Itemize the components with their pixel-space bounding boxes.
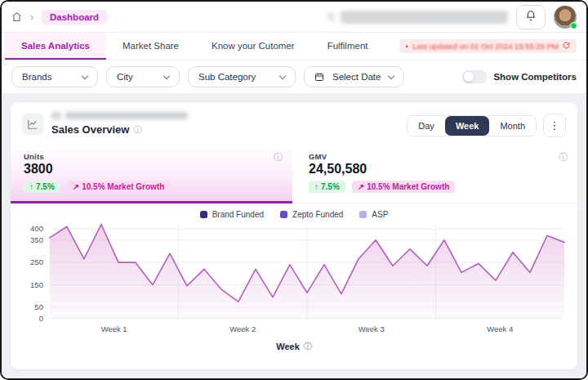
svg-text:50: 50 xyxy=(34,302,43,311)
line-chart-icon xyxy=(22,114,43,135)
legend-item-asp[interactable]: ASP xyxy=(359,210,388,219)
tab-know-your-customer[interactable]: Know your Cutomer xyxy=(195,33,311,60)
info-icon[interactable]: ⓘ xyxy=(133,126,141,134)
chevron-down-icon xyxy=(388,72,394,78)
main-content: Sales Overview ⓘ Day Week Month ⋮ Units xyxy=(2,93,586,378)
brands-dropdown[interactable]: Brands xyxy=(11,66,98,87)
info-icon[interactable]: ⓘ xyxy=(304,342,312,351)
notifications-button[interactable] xyxy=(516,5,546,29)
svg-text:250: 250 xyxy=(30,257,43,266)
search-input[interactable] xyxy=(327,10,508,25)
legend-item-zepto-funded[interactable]: Zepto Funded xyxy=(280,210,343,219)
filter-bar: Brands City Sub Category Select Date Sho… xyxy=(2,60,586,93)
toggle-knob xyxy=(464,72,474,82)
stat-label: GMV xyxy=(309,152,564,161)
last-updated-text: Last updated on 01 Oct 2024 15:55:29 PM xyxy=(412,42,559,51)
redacted-card-subtitle xyxy=(51,112,188,119)
chevron-down-icon xyxy=(279,72,286,78)
top-header: › Dashboard xyxy=(2,2,586,33)
tab-bar: Sales Analytics Market Share Know your C… xyxy=(2,33,586,60)
breadcrumb-current-page[interactable]: Dashboard xyxy=(42,10,107,25)
stat-gmv[interactable]: GMV 24,50,580 ↑7.5% ↗10.5% Market Growth… xyxy=(296,145,577,203)
home-icon[interactable] xyxy=(11,11,22,22)
chevron-down-icon xyxy=(163,72,170,78)
chart-legend: Brand Funded Zepto Funded ASP xyxy=(11,203,577,221)
more-options-button[interactable]: ⋮ xyxy=(543,114,566,137)
select-date-label: Select Date xyxy=(332,72,381,82)
market-growth-badge: ↗10.5% Market Growth xyxy=(67,181,171,193)
trend-up-icon: ↗ xyxy=(73,182,79,191)
last-updated-badge: • Last updated on 01 Oct 2024 15:55:29 P… xyxy=(399,39,577,53)
city-dropdown[interactable]: City xyxy=(106,66,180,87)
bell-icon xyxy=(525,10,537,25)
change-badge: ↑7.5% xyxy=(24,181,60,193)
arrow-up-icon: ↑ xyxy=(314,182,318,191)
svg-text:Week 3: Week 3 xyxy=(359,324,385,333)
show-competitors-toggle[interactable] xyxy=(462,70,487,83)
card-title: Sales Overview xyxy=(51,123,129,136)
stat-value: 3800 xyxy=(24,162,279,177)
svg-text:400: 400 xyxy=(30,224,43,233)
arrow-up-icon: ↑ xyxy=(29,182,33,191)
sales-overview-card: Sales Overview ⓘ Day Week Month ⋮ Units xyxy=(10,101,578,370)
chart-area: 050150250350400Week 1Week 2Week 3Week 4 xyxy=(11,221,577,340)
svg-text:Week 2: Week 2 xyxy=(229,324,256,333)
tab-market-share[interactable]: Market Share xyxy=(106,33,195,60)
refresh-icon[interactable] xyxy=(563,42,570,51)
breadcrumb-separator: › xyxy=(30,11,33,23)
sub-category-dropdown-label: Sub Category xyxy=(198,72,256,82)
range-month-button[interactable]: Month xyxy=(489,116,536,136)
info-icon[interactable]: ⓘ xyxy=(559,153,568,162)
svg-text:350: 350 xyxy=(30,235,43,244)
legend-swatch xyxy=(200,211,207,218)
change-badge: ↑7.5% xyxy=(309,181,345,193)
card-header: Sales Overview ⓘ Day Week Month ⋮ xyxy=(11,102,577,142)
svg-text:0: 0 xyxy=(39,314,43,323)
range-segmented-control: Day Week Month xyxy=(407,115,537,136)
alert-dot-icon: • xyxy=(406,42,408,51)
tab-sales-analytics[interactable]: Sales Analytics xyxy=(5,33,106,60)
stats-row: Units 3800 ↑7.5% ↗10.5% Market Growth ⓘ … xyxy=(11,145,577,203)
chevron-down-icon xyxy=(82,72,88,78)
select-date-dropdown[interactable]: Select Date xyxy=(304,66,404,87)
search-icon xyxy=(327,10,336,25)
show-competitors-label: Show Competitors xyxy=(493,72,577,82)
svg-text:Week 4: Week 4 xyxy=(487,324,513,333)
sales-area-chart: 050150250350400Week 1Week 2Week 3Week 4 xyxy=(20,222,568,337)
trend-up-icon: ↗ xyxy=(358,182,364,191)
range-day-button[interactable]: Day xyxy=(408,116,445,136)
x-axis-title: Week ⓘ xyxy=(11,340,577,358)
brands-dropdown-label: Brands xyxy=(22,72,51,82)
stat-value: 24,50,580 xyxy=(309,162,564,177)
tab-fulfilment[interactable]: Fulfilment xyxy=(311,33,385,60)
svg-text:Week 1: Week 1 xyxy=(101,324,127,333)
city-dropdown-label: City xyxy=(117,72,133,82)
redacted-search-text xyxy=(341,11,508,24)
stat-label: Units xyxy=(24,152,279,161)
legend-item-brand-funded[interactable]: Brand Funded xyxy=(200,210,264,219)
legend-swatch xyxy=(280,211,287,218)
stat-units[interactable]: Units 3800 ↑7.5% ↗10.5% Market Growth ⓘ xyxy=(11,145,292,203)
legend-swatch xyxy=(359,211,367,218)
info-icon[interactable]: ⓘ xyxy=(274,153,283,162)
avatar[interactable] xyxy=(554,6,577,29)
online-status-dot xyxy=(570,22,577,29)
market-growth-badge: ↗10.5% Market Growth xyxy=(352,181,456,193)
calendar-icon xyxy=(314,72,324,82)
svg-text:150: 150 xyxy=(30,280,43,289)
range-week-button[interactable]: Week xyxy=(445,116,490,136)
sub-category-dropdown[interactable]: Sub Category xyxy=(188,66,296,87)
app-window: › Dashboard Sales Analytics Market Share… xyxy=(0,0,588,380)
